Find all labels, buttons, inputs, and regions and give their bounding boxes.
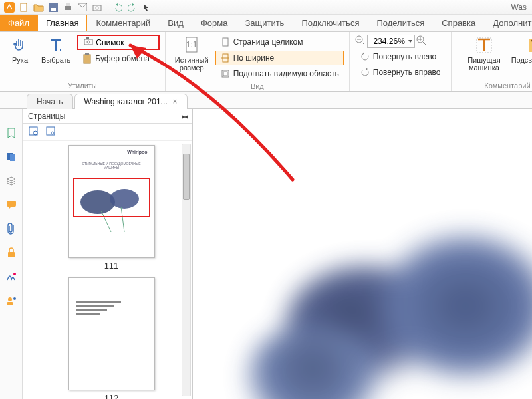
app-logo-icon <box>3 1 16 14</box>
panel-toolbar <box>23 124 192 141</box>
menu-tab-comment[interactable]: Комментарий <box>87 15 159 31</box>
security-icon[interactable] <box>5 246 18 259</box>
whole-page-button[interactable]: Страница целиком <box>215 35 344 49</box>
highlight-icon <box>527 36 532 55</box>
svg-rect-0 <box>4 2 15 13</box>
typewriter-button[interactable]: Пишущая машинка <box>457 35 512 73</box>
svg-point-29 <box>8 297 12 301</box>
fit-visible-icon <box>220 68 231 79</box>
undo-icon[interactable] <box>111 1 124 14</box>
zoom-combo[interactable]: 234,26% <box>367 35 415 48</box>
comments-panel-icon[interactable] <box>5 198 18 211</box>
svg-rect-16 <box>223 38 228 46</box>
sign-icon[interactable] <box>5 270 18 283</box>
menu-tab-share[interactable]: Поделиться <box>368 15 433 31</box>
svg-text:1:1: 1:1 <box>186 40 198 49</box>
clipboard-icon <box>82 53 92 64</box>
pages-panel: Страницы ▸◂ Whirlpool СТИРАЛЬНЫЕ И ПОСУД… <box>23 109 193 399</box>
svg-point-28 <box>13 273 16 275</box>
rotate-right-button[interactable]: Повернуть вправо <box>355 65 446 80</box>
thumbnail-112[interactable]: 112 <box>68 277 155 399</box>
doc-tab-start[interactable]: Начать <box>27 94 73 109</box>
menu-tab-home[interactable]: Главная <box>37 15 87 31</box>
svg-rect-27 <box>8 252 15 257</box>
fit-visible-button[interactable]: Подогнать видимую область <box>215 66 344 81</box>
scrollbar-thumb[interactable] <box>183 154 190 200</box>
workspace: Страницы ▸◂ Whirlpool СТИРАЛЬНЫЕ И ПОСУД… <box>0 109 532 399</box>
svg-rect-25 <box>10 154 15 161</box>
menu-bar: Файл Главная Комментарий Вид Форма Защит… <box>0 15 532 32</box>
rotate-left-button[interactable]: Повернуть влево <box>355 49 446 64</box>
hand-tool-button[interactable]: Рука <box>5 35 35 65</box>
document-canvas[interactable] <box>193 109 532 399</box>
clipboard-button[interactable]: Буфер обмена ▾ <box>77 51 160 66</box>
select-text-icon <box>47 36 65 55</box>
select-tool-button[interactable]: Выбрать <box>37 35 74 65</box>
pages-panel-icon[interactable] <box>5 150 18 164</box>
menu-tab-protect[interactable]: Защитить <box>236 15 293 31</box>
print-icon[interactable] <box>61 1 74 14</box>
close-tab-icon[interactable]: × <box>173 97 178 106</box>
svg-rect-4 <box>65 6 71 10</box>
doc-tab-washing[interactable]: Washing каталог 201... × <box>74 94 188 109</box>
svg-rect-5 <box>66 3 70 6</box>
attachments-icon[interactable] <box>5 222 18 235</box>
fit-width-icon <box>220 53 231 63</box>
actual-size-icon: 1:1 <box>182 36 201 55</box>
layers-icon[interactable] <box>5 174 18 188</box>
cursor-dropdown-icon[interactable] <box>140 1 154 14</box>
ribbon: Рука Выбрать Снимок Буфер обмена ▾ Утили… <box>0 32 532 92</box>
whole-page-icon <box>220 37 231 47</box>
open-folder-icon[interactable] <box>32 1 45 14</box>
svg-point-10 <box>87 41 90 43</box>
page-content-image <box>206 186 532 399</box>
svg-rect-12 <box>84 55 90 63</box>
camera-icon <box>84 37 93 47</box>
menu-file[interactable]: Файл <box>0 15 37 31</box>
svg-point-35 <box>51 132 54 134</box>
thumb-small-icon[interactable] <box>45 126 56 138</box>
thumbnail-111[interactable]: Whirlpool СТИРАЛЬНЫЕ И ПОСУДОМОЕЧНЫЕМАШИ… <box>68 145 155 271</box>
bookmarks-icon[interactable] <box>5 126 18 140</box>
highlight-button[interactable]: Подсвеченный <box>514 35 532 65</box>
snapshot-button[interactable]: Снимок <box>77 35 160 50</box>
menu-tab-form[interactable]: Форма <box>192 15 237 31</box>
svg-point-8 <box>96 7 98 9</box>
share-panel-icon[interactable] <box>5 294 18 307</box>
collapse-panel-icon[interactable]: ▸◂ <box>182 112 187 121</box>
ribbon-group-utils: Рука Выбрать Снимок Буфер обмена ▾ Утили… <box>0 32 166 91</box>
document-tabs: Начать Washing каталог 201... × <box>0 92 532 109</box>
svg-rect-1 <box>21 3 27 11</box>
menu-tab-connect[interactable]: Подключиться <box>293 15 368 31</box>
svg-rect-30 <box>7 302 13 305</box>
svg-rect-3 <box>51 8 56 11</box>
snapshot-qat-icon[interactable] <box>90 1 104 14</box>
fit-width-button[interactable]: По ширине <box>215 51 344 65</box>
selection-rect <box>73 178 150 217</box>
zoom-out-icon[interactable] <box>355 35 366 48</box>
thumbnails-list: Whirlpool СТИРАЛЬНЫЕ И ПОСУДОМОЕЧНЫЕМАШИ… <box>23 141 192 399</box>
hand-icon <box>11 36 29 55</box>
svg-rect-19 <box>223 72 227 76</box>
svg-rect-7 <box>93 5 101 11</box>
rotate-right-icon <box>360 67 370 78</box>
save-icon[interactable] <box>47 1 60 14</box>
svg-rect-26 <box>7 201 16 207</box>
new-file-icon[interactable] <box>17 1 31 14</box>
svg-rect-9 <box>84 39 92 45</box>
rotate-left-icon <box>360 51 370 62</box>
menu-tab-help[interactable]: Справка <box>433 15 484 31</box>
zoom-in-icon[interactable] <box>416 35 427 48</box>
menu-tab-view[interactable]: Вид <box>159 15 192 31</box>
ribbon-group-comment: Пишущая машинка Подсвеченный Комментарий <box>452 32 532 91</box>
window-title: Was <box>511 3 529 12</box>
thumbnails-scrollbar[interactable] <box>182 144 191 396</box>
menu-tab-extras[interactable]: Дополнит <box>484 15 532 31</box>
redo-icon[interactable] <box>126 1 139 14</box>
actual-size-button[interactable]: 1:1 Истинный размер <box>171 35 213 73</box>
email-icon[interactable] <box>76 1 89 14</box>
thumb-large-icon[interactable] <box>28 126 39 138</box>
panel-header: Страницы ▸◂ <box>23 109 192 124</box>
typewriter-icon <box>475 36 493 55</box>
svg-point-31 <box>13 297 16 300</box>
